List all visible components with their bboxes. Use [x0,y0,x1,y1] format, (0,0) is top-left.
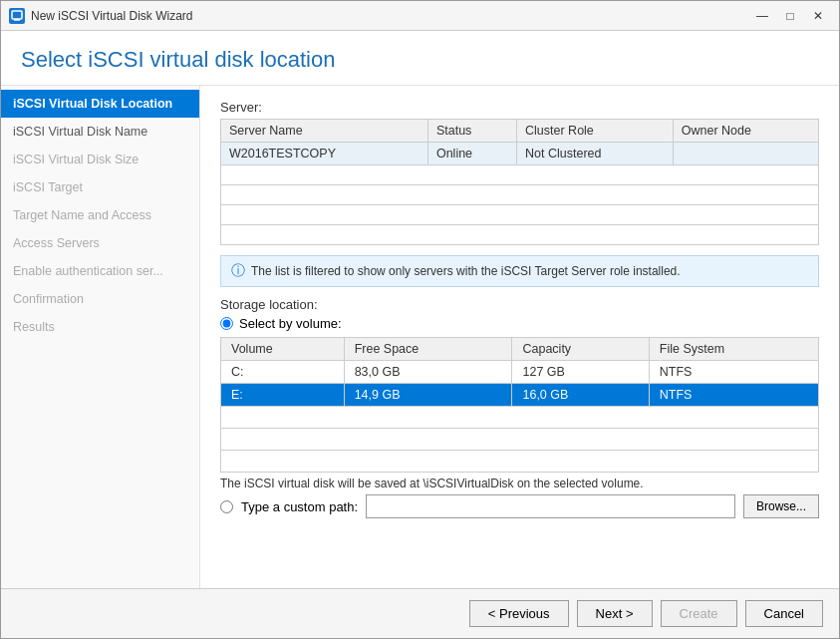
info-bar: ⓘ The list is filtered to show only serv… [220,255,819,287]
vol-e-capacity: 16,0 GB [512,384,649,407]
volume-table: Volume Free Space Capacity File System C… [220,337,819,473]
vol-col-freespace: Free Space [344,338,512,361]
storage-section: Storage location: Select by volume: Volu… [220,297,819,518]
server-section: Server: Server Name Status Cluster Role … [220,100,819,245]
title-bar: New iSCSI Virtual Disk Wizard — □ ✕ [1,1,839,31]
footer: < Previous Next > Create Cancel [1,588,839,638]
custom-path-input[interactable] [366,494,735,518]
info-text: The list is filtered to show only server… [251,264,681,278]
select-by-volume-row: Select by volume: [220,316,819,331]
wizard-window: New iSCSI Virtual Disk Wizard — □ ✕ Sele… [0,0,840,639]
maximize-button[interactable]: □ [777,6,803,26]
server-row-empty-1 [221,165,819,185]
custom-path-row: Type a custom path: Browse... [220,494,819,518]
page-header: Select iSCSI virtual disk location [1,31,839,85]
sidebar: iSCSI Virtual Disk Location iSCSI Virtua… [1,86,200,588]
server-owner-cell [673,143,818,165]
sidebar-item-iscsi-size: iSCSI Virtual Disk Size [1,146,199,173]
server-row-empty-2 [221,185,819,205]
info-icon: ⓘ [231,262,245,280]
window-title: New iSCSI Virtual Disk Wizard [31,9,192,23]
col-cluster-role: Cluster Role [517,120,674,143]
right-panel: Server: Server Name Status Cluster Role … [200,86,839,588]
server-row-empty-4 [221,225,819,245]
col-status: Status [427,120,516,143]
svg-rect-0 [12,11,22,19]
vol-e-freespace: 14,9 GB [344,384,512,407]
previous-button[interactable]: < Previous [469,600,569,627]
app-icon [9,8,25,24]
vol-c-capacity: 127 GB [512,361,649,384]
minimize-button[interactable]: — [749,6,775,26]
page-header-area: Select iSCSI virtual disk location [1,31,839,86]
volume-row-empty-2 [221,429,819,451]
volume-row-e[interactable]: E: 14,9 GB 16,0 GB NTFS [221,384,819,407]
vol-c-freespace: 83,0 GB [344,361,512,384]
close-button[interactable]: ✕ [805,6,831,26]
title-bar-left: New iSCSI Virtual Disk Wizard [9,8,192,24]
server-table: Server Name Status Cluster Role Owner No… [220,119,819,245]
col-owner-node: Owner Node [673,120,818,143]
vol-col-capacity: Capacity [512,338,649,361]
select-by-volume-label: Select by volume: [239,316,342,331]
sidebar-item-iscsi-location[interactable]: iSCSI Virtual Disk Location [1,90,199,118]
sidebar-item-target-name: Target Name and Access [1,201,199,229]
volume-row-empty-3 [221,451,819,473]
volume-row-c[interactable]: C: 83,0 GB 127 GB NTFS [221,361,819,384]
sidebar-item-access-servers: Access Servers [1,229,199,257]
select-by-volume-radio[interactable] [220,317,233,330]
server-row-empty-3 [221,205,819,225]
vol-c-name: C: [221,361,345,384]
server-row[interactable]: W2016TESTCOPY Online Not Clustered [221,143,819,165]
main-area: iSCSI Virtual Disk Location iSCSI Virtua… [1,86,839,588]
create-button[interactable]: Create [661,600,737,627]
cancel-button[interactable]: Cancel [745,600,823,627]
volume-row-empty-1 [221,407,819,429]
sidebar-item-confirmation: Confirmation [1,285,199,313]
col-server-name: Server Name [221,120,428,143]
sidebar-item-results: Results [1,313,199,341]
browse-button[interactable]: Browse... [743,494,819,518]
sidebar-item-iscsi-name[interactable]: iSCSI Virtual Disk Name [1,118,199,146]
save-note: The iSCSI virtual disk will be saved at … [220,477,819,490]
next-button[interactable]: Next > [577,600,653,627]
custom-path-label: Type a custom path: [241,499,358,514]
vol-col-volume: Volume [221,338,345,361]
page-title: Select iSCSI virtual disk location [21,47,819,73]
custom-path-radio[interactable] [220,500,233,513]
storage-label: Storage location: [220,297,819,312]
sidebar-item-iscsi-target: iSCSI Target [1,173,199,201]
vol-e-filesystem: NTFS [649,384,818,407]
vol-col-filesystem: File System [649,338,818,361]
title-bar-controls: — □ ✕ [749,6,831,26]
server-status-cell: Online [427,143,516,165]
server-cluster-cell: Not Clustered [517,143,674,165]
vol-c-filesystem: NTFS [649,361,818,384]
vol-e-name: E: [221,384,345,407]
server-name-cell: W2016TESTCOPY [221,143,428,165]
sidebar-item-enable-auth: Enable authentication ser... [1,257,199,285]
server-section-label: Server: [220,100,819,115]
